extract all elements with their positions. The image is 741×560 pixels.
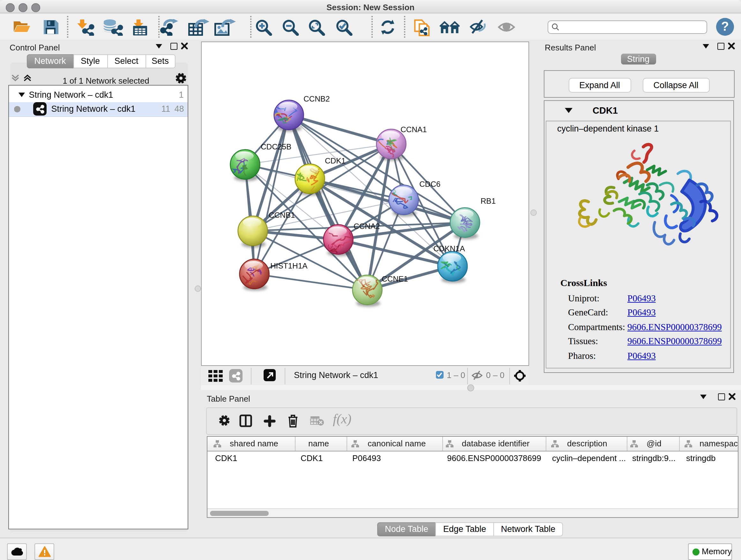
svg-text:CCNB2: CCNB2 [303, 94, 330, 103]
svg-text:CDC25B: CDC25B [260, 142, 291, 151]
svg-text:CDC6: CDC6 [419, 179, 440, 188]
svg-text:CCNE1: CCNE1 [381, 274, 408, 283]
svg-text:CCNA1: CCNA1 [400, 125, 427, 133]
svg-text:CCNB1: CCNB1 [268, 210, 295, 219]
svg-text:CDK1: CDK1 [325, 156, 345, 165]
svg-text:CDKN1A: CDKN1A [433, 244, 465, 253]
svg-text:RB1: RB1 [480, 196, 495, 205]
svg-text:CCNA2: CCNA2 [353, 222, 380, 230]
svg-text:HIST1H1A: HIST1H1A [270, 261, 307, 270]
